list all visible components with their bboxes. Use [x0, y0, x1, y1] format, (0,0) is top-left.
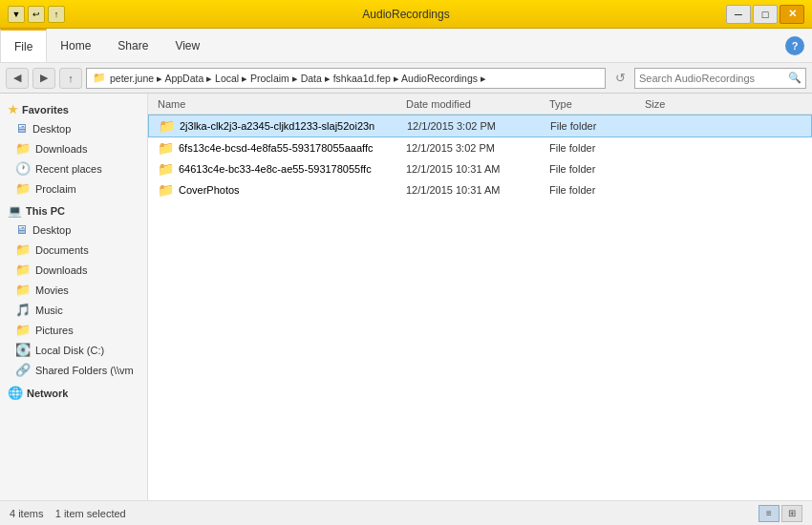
refresh-button[interactable]: ↺ — [609, 68, 630, 89]
status-item-count: 4 items 1 item selected — [10, 508, 126, 519]
thispc-icon: 💻 — [8, 204, 22, 218]
favorites-section: ★ Favorites 🖥 Desktop 📁 Downloads 🕐 Rece… — [0, 99, 147, 199]
sidebar-item-pictures-label: Pictures — [35, 325, 74, 336]
main-layout: ★ Favorites 🖥 Desktop 📁 Downloads 🕐 Rece… — [0, 94, 812, 500]
thispc-section: 💻 This PC 🖥 Desktop 📁 Documents 📁 Downlo… — [0, 200, 147, 380]
desktop2-icon: 🖥 — [15, 222, 28, 237]
tab-file[interactable]: File — [0, 29, 47, 62]
network-section: 🌐 Network — [0, 382, 147, 402]
file-type-4: File folder — [549, 184, 645, 196]
localdisk-icon: 💽 — [15, 343, 31, 357]
sidebar-item-recent[interactable]: 🕐 Recent places — [0, 158, 147, 178]
sidebar-item-localdisk[interactable]: 💽 Local Disk (C:) — [0, 340, 147, 360]
file-name-2: 📁 6fs13c4e-bcsd-4e8fa55-593178055aaaffc — [158, 140, 406, 156]
file-row-2[interactable]: 📁 6fs13c4e-bcsd-4e8fa55-593178055aaaffc … — [148, 137, 812, 158]
sidebar-item-documents[interactable]: 📁 Documents — [0, 240, 147, 260]
network-icon: 🌐 — [8, 386, 23, 400]
status-bar: 4 items 1 item selected ≡ ⊞ — [0, 500, 812, 525]
sidebar-item-documents-label: Documents — [35, 244, 89, 256]
recent-icon: 🕐 — [15, 161, 31, 176]
path-text: peter.june ▸ AppData ▸ Local ▸ Proclaim … — [110, 73, 486, 84]
sidebar-item-desktop2-label: Desktop — [32, 224, 71, 236]
file-date-1: 12/1/2015 3:02 PM — [407, 120, 550, 132]
thispc-header[interactable]: 💻 This PC — [0, 200, 147, 220]
col-header-date[interactable]: Date modified — [406, 98, 549, 110]
favorites-header[interactable]: ★ Favorites — [0, 99, 147, 118]
favorites-star-icon: ★ — [8, 103, 18, 116]
file-name-text-2: 6fs13c4e-bcsd-4e8fa55-593178055aaaffc — [179, 142, 373, 154]
search-input[interactable] — [639, 73, 788, 84]
sidebar-item-desktop[interactable]: 🖥 Desktop — [0, 118, 147, 138]
address-bar: ◀ ▶ ↑ 📁 peter.june ▸ AppData ▸ Local ▸ P… — [0, 63, 812, 94]
file-name-text-1: 2j3lka-clk2j3-a2345-cljkd1233-slaj52oi23… — [180, 120, 374, 132]
sidebar-item-downloads[interactable]: 📁 Downloads — [0, 138, 147, 158]
search-box: 🔍 — [634, 68, 806, 89]
sidebar-item-proclaim[interactable]: 📁 Proclaim — [0, 178, 147, 199]
sidebar-item-music[interactable]: 🎵 Music — [0, 300, 147, 320]
up-button[interactable]: ↑ — [59, 68, 82, 89]
folder-icon-3: 📁 — [158, 161, 174, 177]
downloads-icon: 📁 — [15, 141, 31, 156]
folder-icon-4: 📁 — [158, 182, 174, 198]
documents-icon: 📁 — [15, 242, 31, 257]
forward-button[interactable]: ▶ — [32, 68, 55, 89]
file-name-1: 📁 2j3lka-clk2j3-a2345-cljkd1233-slaj52oi… — [159, 118, 407, 134]
col-header-type[interactable]: Type — [549, 98, 645, 110]
sidebar-item-desktop2[interactable]: 🖥 Desktop — [0, 220, 147, 240]
folder-icon-1: 📁 — [159, 118, 175, 134]
shared-icon: 🔗 — [15, 363, 31, 377]
downloads2-icon: 📁 — [15, 262, 31, 277]
file-row-3[interactable]: 📁 64613c4e-bc33-4e8c-ae55-593178055ffc 1… — [148, 158, 812, 179]
col-header-size[interactable]: Size — [645, 98, 802, 110]
sidebar-item-shared-label: Shared Folders (\\vm — [35, 365, 134, 376]
thispc-label: This PC — [26, 205, 65, 217]
folder-icon-2: 📁 — [158, 140, 174, 156]
tab-view[interactable]: View — [161, 29, 213, 62]
sidebar-item-localdisk-label: Local Disk (C:) — [35, 345, 104, 356]
file-name-3: 📁 64613c4e-bc33-4e8c-ae55-593178055ffc — [158, 161, 406, 177]
sidebar-item-downloads2[interactable]: 📁 Downloads — [0, 260, 147, 280]
close-button[interactable]: ✕ — [780, 5, 804, 24]
item-count-text: 4 items — [10, 508, 43, 519]
file-row-1[interactable]: 📁 2j3lka-clk2j3-a2345-cljkd1233-slaj52oi… — [148, 115, 812, 137]
quick-access-btn-1[interactable]: ▼ — [8, 6, 25, 23]
proclaim-icon: 📁 — [15, 181, 31, 196]
file-list: Name Date modified Type Size 📁 2j3lka-cl… — [148, 94, 812, 500]
sidebar-item-movies[interactable]: 📁 Movies — [0, 280, 147, 300]
search-icon[interactable]: 🔍 — [788, 72, 801, 84]
col-header-name[interactable]: Name — [158, 98, 406, 110]
file-name-text-3: 64613c4e-bc33-4e8c-ae55-593178055ffc — [179, 163, 372, 175]
quick-access: ▼ ↩ ↑ — [8, 6, 65, 23]
maximize-button[interactable]: □ — [753, 5, 778, 24]
sidebar-item-recent-label: Recent places — [35, 163, 102, 175]
sidebar-item-desktop-label: Desktop — [32, 123, 71, 135]
view-btn-details[interactable]: ≡ — [759, 505, 780, 522]
sidebar-item-proclaim-label: Proclaim — [35, 183, 76, 195]
tab-share[interactable]: Share — [104, 29, 161, 62]
path-drive-icon: 📁 — [93, 72, 106, 84]
window-controls: ─ □ ✕ — [726, 5, 804, 24]
quick-access-btn-3[interactable]: ↑ — [48, 6, 65, 23]
sidebar-item-movies-label: Movies — [35, 284, 69, 296]
quick-access-btn-2[interactable]: ↩ — [28, 6, 45, 23]
ribbon: File Home Share View ? — [0, 29, 812, 63]
favorites-label: Favorites — [22, 104, 69, 116]
file-row-4[interactable]: 📁 CoverPhotos 12/1/2015 10:31 AM File fo… — [148, 179, 812, 200]
network-header[interactable]: 🌐 Network — [0, 382, 147, 402]
sidebar-item-shared[interactable]: 🔗 Shared Folders (\\vm — [0, 360, 147, 380]
window-title: AudioRecordings — [362, 8, 449, 21]
movies-icon: 📁 — [15, 283, 31, 297]
help-button[interactable]: ? — [785, 36, 804, 55]
back-button[interactable]: ◀ — [6, 68, 29, 89]
file-date-4: 12/1/2015 10:31 AM — [406, 184, 549, 196]
file-list-header: Name Date modified Type Size — [148, 94, 812, 115]
sidebar-item-downloads-label: Downloads — [35, 143, 87, 155]
address-path[interactable]: 📁 peter.june ▸ AppData ▸ Local ▸ Proclai… — [86, 68, 606, 89]
sidebar-item-music-label: Music — [35, 304, 63, 316]
file-name-4: 📁 CoverPhotos — [158, 182, 406, 198]
minimize-button[interactable]: ─ — [726, 5, 751, 24]
file-type-3: File folder — [549, 163, 645, 175]
sidebar-item-pictures[interactable]: 📁 Pictures — [0, 320, 147, 340]
view-btn-tiles[interactable]: ⊞ — [781, 505, 802, 522]
tab-home[interactable]: Home — [47, 29, 104, 62]
